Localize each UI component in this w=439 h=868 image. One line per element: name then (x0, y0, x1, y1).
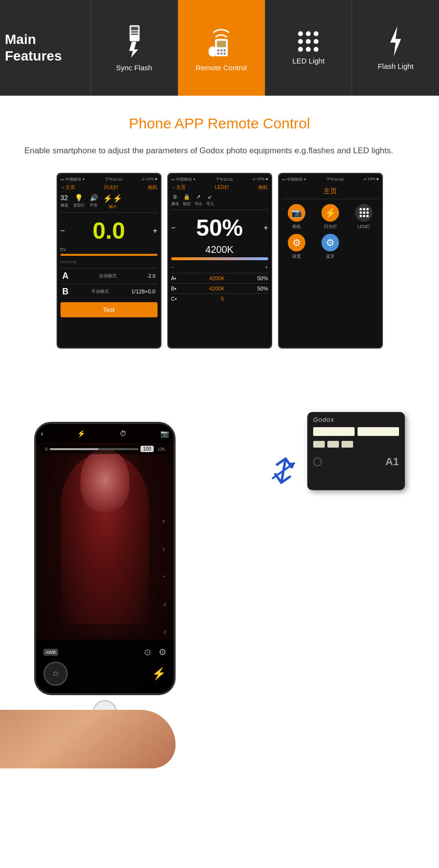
screen-slider-fill (50, 448, 99, 450)
led-light-icon (298, 31, 319, 52)
phone-inner-screen: ‹ ⚡ ⏱ 📷 S 100 125 (36, 424, 174, 693)
section-description: Enable smartphone to adjust the paramete… (24, 144, 415, 158)
phone1-value: 0.0 (93, 219, 125, 243)
phone-screenshot-2: ••• 中国移动 ✦ 下午10:21 ⊿ 22% ■ ＜主页 LED灯 相机 ①… (167, 173, 272, 349)
main-features-label: Main Features (5, 31, 85, 64)
godox-model-text: A1 (385, 455, 399, 468)
header-nav: Main Features Sync Flash (0, 0, 439, 96)
phone1-label-a: A (62, 271, 69, 281)
home-item-camera: 📷 相机 (282, 204, 312, 230)
shutter-button[interactable]: ○ (43, 661, 68, 686)
godox-led-2 (327, 441, 339, 448)
nav-item-led-light[interactable]: LED Light (265, 0, 352, 96)
svg-point-10 (217, 52, 220, 55)
flash-light-icon (386, 25, 405, 57)
home-item-bluetooth: ⚙ 蓝牙 (316, 234, 345, 260)
godox-led-1 (313, 441, 325, 448)
godox-circle-button[interactable] (313, 457, 322, 466)
svg-point-11 (220, 52, 223, 55)
screen-bottom-ui: AWB ⊙ ⚙ ○ ⚡ (36, 640, 174, 693)
phone1-mode-b: 手动模式 (91, 289, 109, 295)
phone1-mode-a: 自动模式 (99, 273, 117, 279)
bluetooth-arrow-icon (265, 454, 300, 494)
nav-item-remote-control[interactable]: Remote Control (178, 0, 265, 96)
phone1-slider[interactable] (60, 254, 158, 256)
svg-line-14 (272, 459, 295, 482)
awb-badge: AWB (43, 649, 58, 656)
remote-control-label: Remote Control (196, 63, 247, 72)
flash-light-label: Flash Light (378, 62, 413, 70)
svg-point-12 (223, 52, 226, 55)
phone3-title: 主页 (323, 187, 337, 195)
phone1-mode-b-row: B 手动模式 1/128+0.0 (60, 284, 158, 299)
screen-slider-track (50, 448, 139, 450)
godox-leds-row (307, 438, 405, 451)
sync-flash-icon (122, 24, 146, 59)
godox-device: Godox A1 (307, 412, 405, 490)
phone2-value: 50% (196, 216, 243, 240)
bottom-ui-top-row: AWB ⊙ ⚙ (43, 647, 166, 658)
nav-item-flash-light[interactable]: Flash Light (352, 0, 439, 96)
svg-point-7 (217, 49, 220, 51)
main-content: Phone APP Remote Control Enable smartpho… (0, 96, 439, 388)
svg-rect-6 (217, 41, 226, 47)
home-item-led: LED灯 (349, 204, 379, 230)
home-item-settings: ⚙ 设置 (282, 234, 312, 260)
screen-slider-row[interactable]: S 100 125 (41, 444, 169, 454)
phone1-value-b: 1/128+0.0 (131, 289, 155, 294)
svg-marker-13 (390, 26, 401, 56)
phone-product-container: ‹ ⚡ ⏱ 📷 S 100 125 (15, 422, 195, 768)
svg-rect-2 (131, 31, 138, 33)
remote-control-icon (208, 24, 235, 59)
sync-flash-label: Sync Flash (116, 63, 152, 72)
bottom-ui-bottom-row: ○ ⚡ (43, 661, 166, 686)
ev-scale: 2 1 + -1 -2 (162, 519, 166, 635)
home-item-flash: ⚡ 闪光灯 (316, 204, 345, 230)
flash-mode-button[interactable]: ⚡ (152, 667, 166, 681)
section-title: Phone APP Remote Control (24, 115, 415, 132)
hand-graphic (0, 710, 176, 768)
svg-point-8 (220, 49, 223, 51)
phone-screenshot-3: ••• 中国移动 ✦ 下午10:20 ⊿ 23% ■ 主页 📷 相机 ⚡ 闪光灯 (278, 173, 383, 349)
led-light-label: LED Light (292, 57, 324, 65)
screen-top-bar: ‹ ⚡ ⏱ 📷 (36, 424, 174, 443)
phone-screenshot-1: ••• 中国移动 ✦ 下午10:21 ⊿ 22% ■ ＜主页 闪光灯 相机 32… (57, 173, 161, 349)
godox-led-3 (341, 441, 353, 448)
godox-flash-windows (307, 425, 405, 438)
screen-value-badge: 100 (140, 446, 154, 452)
godox-device-container: Godox A1 (307, 412, 405, 490)
svg-rect-1 (131, 26, 138, 30)
screenshots-row: ••• 中国移动 ✦ 下午10:21 ⊿ 22% ■ ＜主页 闪光灯 相机 32… (24, 173, 415, 349)
nav-item-sync-flash[interactable]: Sync Flash (90, 0, 178, 96)
svg-point-9 (223, 49, 226, 51)
main-features-cell: Main Features (0, 0, 90, 96)
phone1-test-button[interactable]: Test (60, 302, 158, 317)
phone-big: ‹ ⚡ ⏱ 📷 S 100 125 (34, 422, 176, 695)
phone1-value-a: -2.0 (147, 273, 155, 279)
phone1-ev: EV (60, 247, 158, 252)
phone3-home-grid: 📷 相机 ⚡ 闪光灯 (282, 204, 379, 260)
phone2-row-b: B• 4200K 50% (171, 283, 268, 293)
bottom-section: Godox A1 (0, 388, 439, 778)
bottom-inner: Godox A1 (0, 397, 439, 749)
phone2-temp: 4200K (171, 244, 268, 255)
svg-marker-4 (129, 41, 139, 58)
godox-window-right (358, 427, 399, 436)
phone1-label-b: B (62, 287, 69, 297)
phone2-row-c: C• 5 (171, 293, 268, 304)
phone1-mode-a-row: A 自动模式 -2.0 (60, 268, 158, 284)
godox-window-left (313, 427, 355, 436)
phone2-temp-slider[interactable] (171, 257, 268, 260)
svg-rect-3 (131, 33, 138, 35)
person-face (80, 448, 129, 512)
godox-bottom-row: A1 (307, 451, 405, 472)
godox-brand-text: Godox (313, 416, 334, 423)
phone2-row-a: A• 4200K 50% (171, 273, 268, 283)
